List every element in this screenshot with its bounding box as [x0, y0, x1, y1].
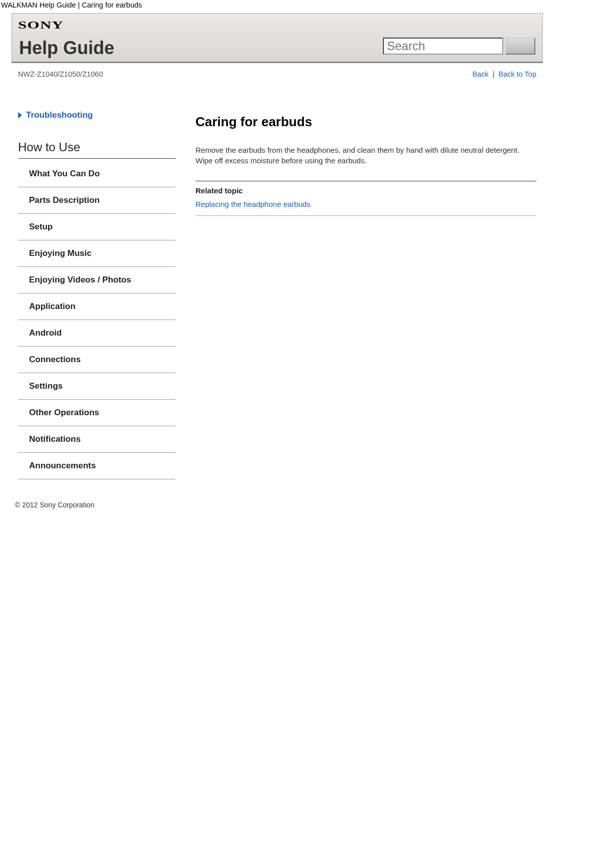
back-link[interactable]: Back: [472, 70, 488, 78]
search-button[interactable]: [505, 38, 535, 55]
back-to-top-link[interactable]: Back to Top: [498, 70, 536, 78]
sidebar-item-setup[interactable]: Setup: [18, 214, 175, 240]
divider: [195, 181, 536, 181]
sony-logo: SONY: [18, 19, 64, 32]
sidebar-item-enjoying-videos-photos[interactable]: Enjoying Videos / Photos: [18, 267, 175, 294]
sidebar-item-other-operations[interactable]: Other Operations: [18, 400, 175, 426]
sidebar-nav-list: What You Can Do Parts Description Setup …: [18, 161, 175, 479]
related-topic-link[interactable]: Replacing the headphone earbuds: [195, 200, 310, 208]
copyright: © 2012 Sony Corporation: [15, 501, 94, 509]
divider: [195, 215, 536, 216]
article-body: Remove the earbuds from the headphones, …: [195, 145, 536, 166]
article-main: Caring for earbuds Remove the earbuds fr…: [175, 110, 536, 216]
sidebar-item-parts-description[interactable]: Parts Description: [18, 187, 175, 214]
page-title: Help Guide: [19, 38, 114, 59]
troubleshooting-label: Troubleshooting: [26, 110, 93, 120]
sidebar-item-enjoying-music[interactable]: Enjoying Music: [18, 240, 175, 267]
troubleshooting-link[interactable]: Troubleshooting: [18, 110, 175, 120]
arrow-right-icon: [18, 112, 22, 118]
sidebar-item-connections[interactable]: Connections: [18, 347, 175, 373]
sidebar-item-settings[interactable]: Settings: [18, 373, 175, 400]
breadcrumb-row: NWZ-Z1040/Z1050/Z1060 Back | Back to Top: [18, 70, 536, 78]
howto-heading: How to Use: [18, 140, 175, 159]
model-number: NWZ-Z1040/Z1050/Z1060: [18, 70, 103, 78]
sidebar-item-android[interactable]: Android: [18, 320, 175, 347]
browser-tab-title: WALKMAN Help Guide | Caring for earbuds: [1, 1, 142, 9]
sidebar-item-application[interactable]: Application: [18, 294, 175, 320]
article-title: Caring for earbuds: [195, 114, 536, 130]
sidebar-item-announcements[interactable]: Announcements: [18, 453, 175, 479]
search-form: [383, 38, 535, 55]
sidebar-item-what-you-can-do[interactable]: What You Can Do: [18, 161, 175, 187]
search-input[interactable]: [383, 38, 503, 55]
sidebar-item-notifications[interactable]: Notifications: [18, 426, 175, 453]
sidebar: Troubleshooting How to Use What You Can …: [18, 110, 175, 479]
separator: |: [493, 70, 495, 78]
related-topic-heading: Related topic: [195, 186, 536, 195]
top-nav-links: Back | Back to Top: [472, 70, 536, 78]
header-banner: SONY Help Guide: [12, 13, 543, 63]
